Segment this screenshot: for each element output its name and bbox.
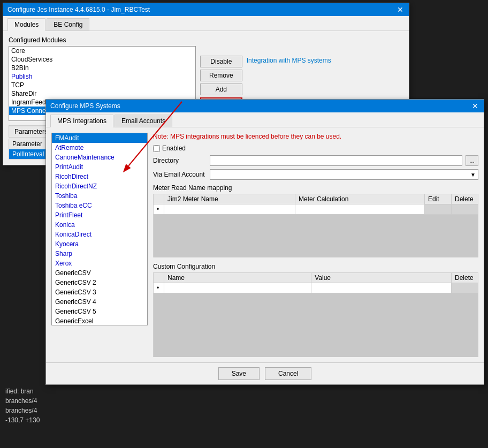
main-dialog-close-button[interactable]: ✕ bbox=[396, 6, 405, 13]
mps-footer: Save Cancel bbox=[46, 362, 484, 384]
mps-tabs-bar: MPS Integrations Email Accounts bbox=[46, 112, 484, 127]
meter-empty-row bbox=[154, 215, 478, 257]
meter-col-edit: Edit bbox=[425, 194, 452, 204]
custom-bullet: • bbox=[154, 283, 164, 293]
integration-list-item[interactable]: RicohDirectNZ bbox=[52, 181, 147, 191]
custom-config-title: Custom Configuration bbox=[153, 263, 478, 270]
meter-read-section: Meter Read Name mapping Jim2 Meter Name … bbox=[153, 184, 478, 257]
meter-col-jim2: Jim2 Meter Name bbox=[164, 194, 295, 204]
integration-list-item[interactable]: KonicaDirect bbox=[52, 230, 147, 239]
integration-list-item[interactable]: Toshiba bbox=[52, 191, 147, 201]
meter-calc-value[interactable] bbox=[295, 204, 424, 215]
custom-col-value: Value bbox=[311, 272, 452, 283]
integration-list-item[interactable]: Toshiba eCC bbox=[52, 201, 147, 210]
directory-label: Directory bbox=[153, 157, 207, 164]
custom-table-row: • bbox=[154, 283, 478, 293]
integration-list-item[interactable]: GenericCSV bbox=[52, 268, 147, 278]
note-text: Note: MPS integrations must be licenced … bbox=[153, 133, 478, 140]
module-list-item[interactable]: ShareDir bbox=[9, 89, 195, 98]
module-list-item[interactable]: Core bbox=[9, 47, 195, 55]
meter-delete-btn[interactable] bbox=[452, 204, 478, 215]
email-account-row: Via Email Account ▼ bbox=[153, 169, 478, 180]
email-account-dropdown[interactable]: ▼ bbox=[210, 169, 478, 180]
directory-input[interactable] bbox=[210, 155, 462, 166]
module-list-item[interactable]: Publish bbox=[9, 72, 195, 81]
meter-edit-btn[interactable] bbox=[425, 204, 452, 215]
add-button[interactable]: Add bbox=[200, 83, 242, 95]
module-list-item[interactable]: CloudServices bbox=[9, 55, 195, 64]
tab-modules[interactable]: Modules bbox=[7, 18, 45, 31]
enabled-checkbox[interactable] bbox=[153, 145, 160, 152]
enabled-label: Enabled bbox=[153, 145, 186, 152]
integration-list-item[interactable]: PrintFleet bbox=[52, 210, 147, 220]
configured-modules-label: Configured Modules bbox=[9, 36, 403, 44]
integration-list-item[interactable]: FMAudit bbox=[52, 133, 147, 143]
integration-list-item[interactable]: CanoneMaintenance bbox=[52, 153, 147, 162]
integration-list-item[interactable]: RicohDirect bbox=[52, 172, 147, 181]
integration-list-item[interactable]: GenericExcel bbox=[52, 316, 147, 325]
mps-dialog-close-button[interactable]: ✕ bbox=[471, 102, 479, 110]
meter-bullet: • bbox=[154, 204, 164, 215]
custom-empty-row bbox=[154, 293, 478, 357]
integration-list-item[interactable]: GenericCSV 2 bbox=[52, 278, 147, 287]
integration-list-item[interactable]: Kyocera bbox=[52, 239, 147, 249]
custom-delete-btn[interactable] bbox=[452, 283, 478, 293]
integrations-list[interactable]: FMAuditAtRemoteCanoneMaintenancePrintAud… bbox=[51, 133, 148, 325]
custom-config-table: Name Value Delete • bbox=[153, 272, 478, 358]
main-tabs-bar: Modules BE Config bbox=[3, 16, 409, 31]
mps-dialog-title: Configure MPS Systems bbox=[50, 102, 120, 110]
tab-be-config[interactable]: BE Config bbox=[47, 18, 89, 31]
integration-list-item[interactable]: PrintAudit bbox=[52, 162, 147, 172]
custom-col-bullet bbox=[154, 272, 164, 283]
integration-list-item[interactable]: GenericCSV 5 bbox=[52, 307, 147, 316]
module-list-item[interactable]: TCP bbox=[9, 81, 195, 89]
custom-name-value[interactable] bbox=[164, 283, 311, 293]
integration-list-item[interactable]: AtRemote bbox=[52, 143, 147, 153]
module-list-item[interactable]: B2BIn bbox=[9, 64, 195, 72]
integration-list-item[interactable]: Konica bbox=[52, 220, 147, 230]
enabled-text: Enabled bbox=[162, 145, 186, 152]
dropdown-arrow-icon: ▼ bbox=[470, 172, 476, 178]
enabled-row: Enabled bbox=[153, 145, 478, 152]
custom-value-value[interactable] bbox=[311, 283, 452, 293]
config-panel: Note: MPS integrations must be licenced … bbox=[153, 133, 478, 357]
mps-tab-integrations[interactable]: MPS Integrations bbox=[50, 115, 113, 127]
browse-button[interactable]: ... bbox=[466, 155, 478, 166]
mps-tab-email[interactable]: Email Accounts bbox=[115, 115, 172, 127]
save-button[interactable]: Save bbox=[218, 367, 260, 380]
integration-list-item[interactable]: Sharp bbox=[52, 249, 147, 259]
meter-read-title: Meter Read Name mapping bbox=[153, 184, 478, 192]
integration-list-item[interactable]: Xerox bbox=[52, 259, 147, 268]
mps-dialog-titlebar: Configure MPS Systems ✕ bbox=[46, 100, 484, 112]
editor-line-2: branches/4 bbox=[5, 396, 483, 406]
integration-list-item[interactable]: GenericCSV 3 bbox=[52, 287, 147, 297]
editor-content: ified: bran branches/4 branches/4 -130,7… bbox=[0, 384, 488, 448]
meter-jim2-value[interactable] bbox=[164, 204, 295, 215]
mps-body: FMAuditAtRemoteCanoneMaintenancePrintAud… bbox=[46, 127, 484, 362]
custom-col-delete: Delete bbox=[452, 272, 478, 283]
editor-line-1: ified: bran bbox=[5, 386, 483, 396]
custom-col-name: Name bbox=[164, 272, 311, 283]
custom-config-section: Custom Configuration Name Value Delete • bbox=[153, 263, 478, 358]
editor-line-3: branches/4 bbox=[5, 406, 483, 415]
main-dialog-title: Configure Jes Instance 4.4.6815.0 - Jim_… bbox=[7, 6, 150, 13]
main-dialog-titlebar: Configure Jes Instance 4.4.6815.0 - Jim_… bbox=[3, 3, 409, 16]
mps-dialog: Configure MPS Systems ✕ MPS Integrations… bbox=[45, 99, 484, 385]
meter-col-bullet bbox=[154, 194, 164, 204]
editor-line-4: -130,7 +130 bbox=[5, 415, 483, 425]
disable-button[interactable]: Disable bbox=[200, 56, 242, 67]
remove-button[interactable]: Remove bbox=[200, 70, 242, 81]
directory-row: Directory ... bbox=[153, 155, 478, 166]
meter-read-table: Jim2 Meter Name Meter Calculation Edit D… bbox=[153, 194, 478, 257]
cancel-button[interactable]: Cancel bbox=[265, 367, 311, 380]
meter-col-calc: Meter Calculation bbox=[295, 194, 424, 204]
meter-table-row: • bbox=[154, 204, 478, 215]
integration-list-item[interactable]: GenericCSV 4 bbox=[52, 297, 147, 307]
meter-col-delete: Delete bbox=[452, 194, 478, 204]
via-email-label: Via Email Account bbox=[153, 171, 207, 178]
